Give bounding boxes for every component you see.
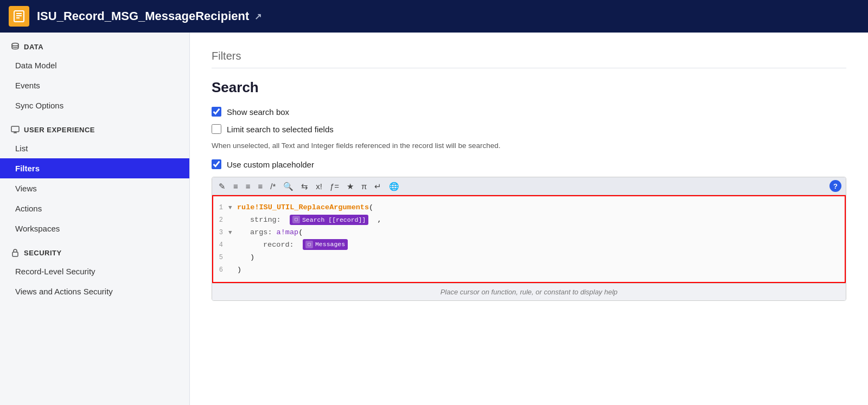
toolbar-globe-btn[interactable]: 🌐 xyxy=(387,181,401,191)
security-section-label: SECURITY xyxy=(24,249,62,257)
toolbar-edit-btn[interactable]: ✎ xyxy=(216,181,228,191)
line-num-2: 2 xyxy=(213,215,228,226)
code-footer: Place cursor on function, rule, or const… xyxy=(212,283,846,300)
code-line-5: 5 ) xyxy=(213,252,845,264)
code-content-4: record: ▢ Messages xyxy=(237,239,845,252)
sidebar-item-record-level-security[interactable]: Record-Level Security xyxy=(0,261,189,281)
line-num-3: 3 xyxy=(213,227,228,238)
sidebar: DATA Data Model Events Sync Options USER… xyxy=(0,33,190,405)
app-icon xyxy=(9,6,29,27)
database-icon xyxy=(11,42,20,51)
toolbar-search-btn[interactable]: 🔍 xyxy=(281,181,296,191)
custom-placeholder-checkbox[interactable] xyxy=(212,159,221,169)
sidebar-item-data-model[interactable]: Data Model xyxy=(0,55,189,75)
code-line-3: 3 ▼ args: a!map( xyxy=(213,227,845,239)
sidebar-item-filters[interactable]: Filters xyxy=(0,158,189,178)
code-line-4: 4 record: ▢ Messages xyxy=(213,239,845,252)
line-toggle-2 xyxy=(228,215,237,226)
code-content-1: rule!ISU_UTIL_ReplaceArguments( xyxy=(237,202,845,214)
sidebar-section-data: DATA xyxy=(0,33,189,55)
messages-tag-icon: ▢ xyxy=(305,241,313,248)
sidebar-item-list[interactable]: List xyxy=(0,138,189,158)
svg-rect-5 xyxy=(11,126,19,132)
app-header: ISU_Record_MSG_MessageRecipient ↗ xyxy=(0,0,868,33)
main-content: Filters Search Show search box Limit sea… xyxy=(190,33,868,405)
ux-section-label: USER EXPERIENCE xyxy=(24,126,95,134)
svg-point-4 xyxy=(12,43,18,46)
toolbar-help-btn[interactable]: ? xyxy=(829,180,841,192)
line-num-6: 6 xyxy=(213,265,228,275)
toolbar-switch-btn[interactable]: ⇆ xyxy=(299,181,310,191)
search-record-tag: ▢ Search [[record]] xyxy=(290,215,368,226)
sidebar-section-security: SECURITY xyxy=(0,239,189,261)
code-content-3: args: a!map( xyxy=(237,227,845,239)
search-heading: Search xyxy=(212,79,846,96)
toolbar-star-btn[interactable]: ★ xyxy=(344,181,356,191)
line-toggle-1[interactable]: ▼ xyxy=(228,203,237,213)
toolbar-comment-btn[interactable]: /* xyxy=(268,181,278,191)
custom-placeholder-row: Use custom placeholder xyxy=(212,159,846,169)
toolbar-formula-btn[interactable]: ƒ= xyxy=(328,181,341,191)
sidebar-item-actions[interactable]: Actions xyxy=(0,198,189,218)
limit-search-label[interactable]: Limit search to selected fields xyxy=(227,125,334,134)
toolbar-outdent-btn[interactable]: ≡ xyxy=(244,181,253,191)
messages-tag: ▢ Messages xyxy=(303,239,348,250)
sidebar-item-views[interactable]: Views xyxy=(0,178,189,198)
title-text: ISU_Record_MSG_MessageRecipient xyxy=(37,9,249,23)
lock-icon xyxy=(11,248,20,257)
toolbar-format-btn[interactable]: ≡ xyxy=(256,181,265,191)
toolbar-xpath-btn[interactable]: x! xyxy=(314,181,324,191)
show-search-box-row: Show search box xyxy=(212,107,846,117)
code-line-1: 1 ▼ rule!ISU_UTIL_ReplaceArguments( xyxy=(213,202,845,214)
limit-search-checkbox[interactable] xyxy=(212,124,221,134)
data-section-label: DATA xyxy=(24,43,43,51)
code-toolbar: ✎ ≡ ≡ ≡ /* 🔍 ⇆ x! ƒ= ★ π ↵ 🌐 ? xyxy=(212,177,846,195)
code-line-6: 6 ) xyxy=(213,264,845,277)
line-num-4: 4 xyxy=(213,240,228,250)
toolbar-indent-btn[interactable]: ≡ xyxy=(231,181,240,191)
custom-placeholder-label[interactable]: Use custom placeholder xyxy=(227,160,314,169)
sidebar-section-ux: USER EXPERIENCE xyxy=(0,115,189,138)
show-search-box-label[interactable]: Show search box xyxy=(227,107,289,117)
toolbar-pi-btn[interactable]: π xyxy=(359,181,369,191)
page-title: ISU_Record_MSG_MessageRecipient ↗ xyxy=(37,9,261,23)
line-toggle-6 xyxy=(228,265,237,275)
sidebar-item-workspaces[interactable]: Workspaces xyxy=(0,218,189,239)
show-search-box-checkbox[interactable] xyxy=(212,107,221,117)
section-title: Filters xyxy=(212,50,846,68)
external-link-icon[interactable]: ↗ xyxy=(254,11,261,22)
code-content-5: ) xyxy=(237,252,845,264)
document-list-icon xyxy=(12,10,25,23)
svg-rect-8 xyxy=(12,252,18,256)
line-num-5: 5 xyxy=(213,252,228,263)
line-num-1: 1 xyxy=(213,202,228,213)
sidebar-item-events[interactable]: Events xyxy=(0,75,189,95)
toolbar-newline-btn[interactable]: ↵ xyxy=(372,181,384,191)
code-content-6: ) xyxy=(237,264,845,277)
code-editor: ✎ ≡ ≡ ≡ /* 🔍 ⇆ x! ƒ= ★ π ↵ 🌐 ? 1 xyxy=(212,177,846,301)
sidebar-item-sync-options[interactable]: Sync Options xyxy=(0,95,189,115)
line-toggle-4 xyxy=(228,240,237,250)
main-layout: DATA Data Model Events Sync Options USER… xyxy=(0,33,868,405)
code-content-2: string: ▢ Search [[record]] , xyxy=(237,214,845,227)
limit-search-row: Limit search to selected fields xyxy=(212,124,846,134)
line-toggle-5 xyxy=(228,253,237,263)
tag-icon: ▢ xyxy=(292,216,300,223)
search-hint-text: When unselected, all Text and Integer fi… xyxy=(212,142,846,150)
monitor-icon xyxy=(11,125,20,134)
code-editor-body[interactable]: 1 ▼ rule!ISU_UTIL_ReplaceArguments( 2 st… xyxy=(212,195,846,283)
code-line-2: 2 string: ▢ Search [[record]] , xyxy=(213,214,845,227)
line-toggle-3[interactable]: ▼ xyxy=(228,228,237,238)
sidebar-item-views-actions-security[interactable]: Views and Actions Security xyxy=(0,281,189,301)
